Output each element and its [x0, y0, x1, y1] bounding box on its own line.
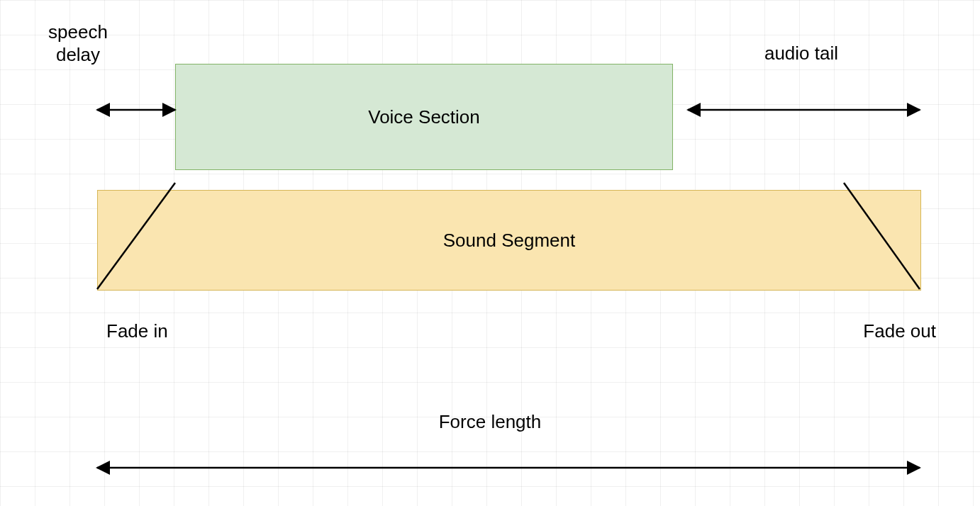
voice-section-box: Voice Section [175, 64, 673, 170]
voice-section-text: Voice Section [368, 106, 480, 128]
fade-in-label: Fade in [106, 320, 206, 342]
sound-segment-box: Sound Segment [97, 190, 921, 291]
speech-delay-label-line2: delay [28, 44, 128, 66]
diagram-canvas: speech delay audio tail Fade in Fade out… [0, 0, 980, 506]
force-length-label: Force length [0, 411, 980, 433]
speech-delay-label-line1: speech [28, 21, 128, 43]
sound-segment-text: Sound Segment [443, 230, 575, 252]
audio-tail-label: audio tail [709, 43, 893, 64]
fade-out-label: Fade out [823, 320, 936, 342]
